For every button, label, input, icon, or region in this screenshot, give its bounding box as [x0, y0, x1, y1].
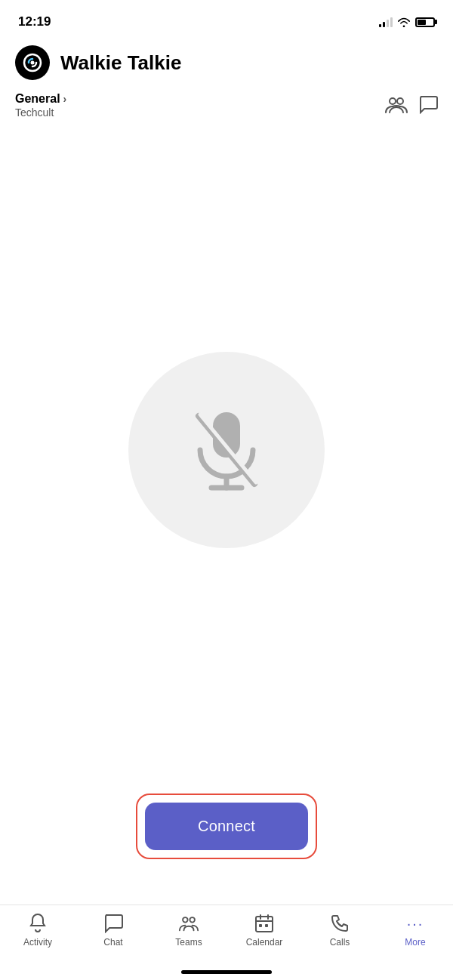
- nav-item-activity[interactable]: Activity: [0, 913, 76, 948]
- nav-item-calls[interactable]: Calls: [302, 913, 378, 948]
- signal-icon: [379, 17, 393, 27]
- nav-label-chat: Chat: [103, 937, 122, 948]
- app-logo: [15, 45, 50, 80]
- svg-point-3: [397, 98, 403, 104]
- chat-icon: [103, 913, 124, 934]
- status-bar: 12:19: [0, 0, 453, 39]
- mic-area: [0, 122, 453, 778]
- bottom-nav: Activity Chat Teams: [0, 904, 453, 980]
- calendar-icon: [254, 913, 275, 934]
- channel-chevron-icon: ›: [63, 93, 67, 105]
- nav-item-more[interactable]: ··· More: [378, 913, 453, 948]
- nav-item-chat[interactable]: Chat: [76, 913, 151, 948]
- connect-button-wrapper: Connect: [136, 794, 317, 859]
- channel-info: General › Techcult: [15, 92, 66, 119]
- calls-icon: [329, 913, 350, 934]
- connect-area: Connect: [0, 778, 453, 904]
- nav-label-more: More: [405, 937, 425, 948]
- chat-bubble-icon[interactable]: [418, 94, 438, 117]
- app-logo-icon: [22, 52, 43, 73]
- nav-label-calls: Calls: [330, 937, 350, 948]
- svg-point-1: [31, 61, 35, 65]
- channel-name: General ›: [15, 92, 66, 106]
- main-content: Walkie Talkie General › Techcult: [0, 39, 453, 904]
- home-indicator: [181, 970, 272, 974]
- svg-point-2: [390, 98, 396, 104]
- activity-icon: [27, 913, 48, 934]
- channel-team: Techcult: [15, 106, 66, 119]
- nav-item-teams[interactable]: Teams: [151, 913, 226, 948]
- nav-label-activity: Activity: [23, 937, 52, 948]
- status-icons: [379, 17, 435, 27]
- svg-point-10: [190, 917, 195, 923]
- svg-point-9: [183, 917, 188, 923]
- wifi-icon: [397, 17, 411, 27]
- people-icon[interactable]: [385, 94, 408, 117]
- battery-icon: [415, 17, 435, 27]
- more-icon: ···: [405, 913, 426, 934]
- nav-label-teams: Teams: [175, 937, 202, 948]
- channel-row: General › Techcult: [0, 89, 453, 122]
- page-title: Walkie Talkie: [60, 51, 181, 75]
- mic-circle: [128, 352, 325, 548]
- svg-rect-16: [265, 924, 268, 927]
- svg-rect-15: [259, 924, 262, 927]
- channel-actions: [385, 94, 438, 117]
- app-header: Walkie Talkie: [0, 39, 453, 89]
- svg-rect-11: [256, 917, 273, 932]
- nav-label-calendar: Calendar: [246, 937, 283, 948]
- connect-button[interactable]: Connect: [145, 803, 308, 850]
- nav-item-calendar[interactable]: Calendar: [226, 913, 302, 948]
- microphone-muted-icon: [185, 405, 268, 495]
- status-time: 12:19: [18, 14, 51, 29]
- teams-icon: [178, 913, 199, 934]
